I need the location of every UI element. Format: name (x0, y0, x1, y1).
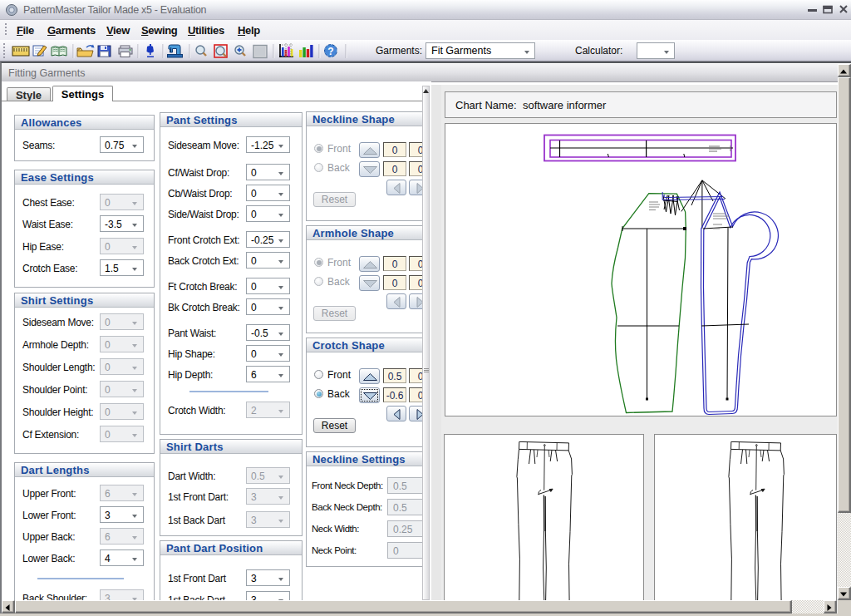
svg-text:?: ? (327, 46, 333, 57)
